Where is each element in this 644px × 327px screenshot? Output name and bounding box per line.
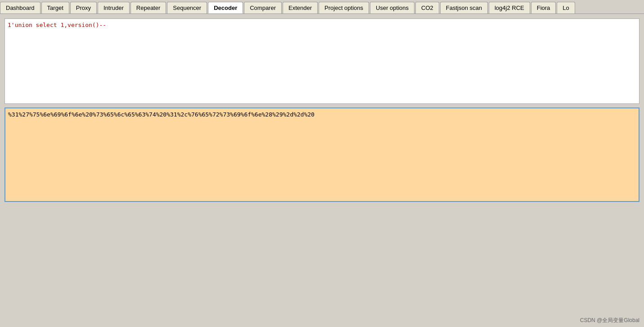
tab-repeater[interactable]: Repeater	[131, 2, 166, 13]
encoded-panel[interactable]: %31%27%75%6e%69%6f%6e%20%73%65%6c%65%63%…	[5, 108, 639, 202]
tab-co2[interactable]: CO2	[415, 2, 439, 13]
input-text: 1'union select 1,version()--	[8, 22, 106, 28]
tab-extender[interactable]: Extender	[283, 2, 318, 13]
tab-project-options[interactable]: Project options	[319, 2, 369, 13]
tab-target[interactable]: Target	[41, 2, 69, 13]
encoded-text: %31%27%75%6e%69%6f%6e%20%73%65%6c%65%63%…	[8, 111, 315, 118]
main-content: 1'union select 1,version()-- %31%27%75%6…	[0, 14, 644, 320]
tab-comparer[interactable]: Comparer	[244, 2, 282, 13]
tab-user-options[interactable]: User options	[370, 2, 414, 13]
tab-lo[interactable]: Lo	[557, 2, 575, 13]
tab-bar: Dashboard Target Proxy Intruder Repeater…	[0, 0, 644, 14]
input-panel[interactable]: 1'union select 1,version()--	[5, 18, 639, 104]
tab-proxy[interactable]: Proxy	[70, 2, 97, 13]
tab-sequencer[interactable]: Sequencer	[167, 2, 207, 13]
tab-fiora[interactable]: Fiora	[531, 2, 556, 13]
footer: CSDN @全局变量Global	[580, 317, 639, 324]
tab-dashboard[interactable]: Dashboard	[0, 2, 41, 13]
tab-log4j2-rce[interactable]: log4j2 RCE	[489, 2, 530, 13]
tab-decoder[interactable]: Decoder	[208, 2, 243, 13]
tab-intruder[interactable]: Intruder	[98, 2, 130, 13]
tab-fastjson-scan[interactable]: Fastjson scan	[440, 2, 488, 13]
